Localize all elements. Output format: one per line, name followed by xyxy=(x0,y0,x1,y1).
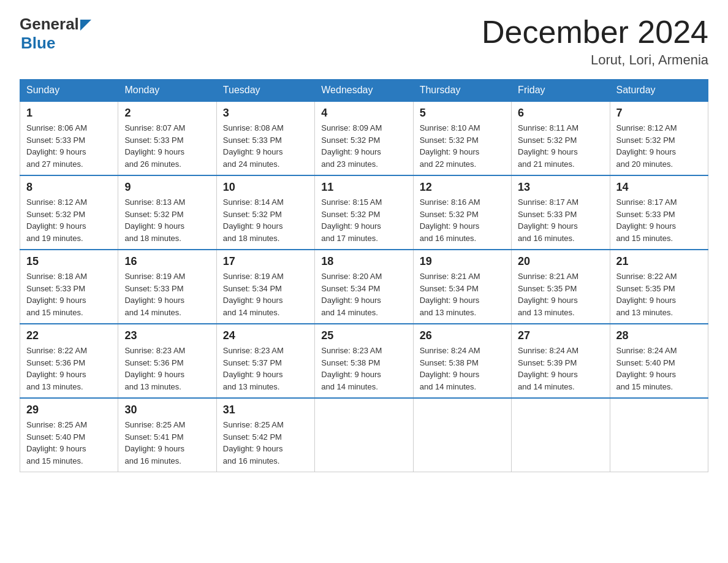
day-number: 21 xyxy=(616,255,702,268)
calendar-cell: 2Sunrise: 8:07 AMSunset: 5:33 PMDaylight… xyxy=(118,101,216,175)
calendar-day-header: Sunday xyxy=(20,80,118,102)
page-subtitle: Lorut, Lori, Armenia xyxy=(482,52,708,68)
day-info: Sunrise: 8:10 AMSunset: 5:32 PMDaylight:… xyxy=(420,122,505,170)
day-info: Sunrise: 8:25 AMSunset: 5:42 PMDaylight:… xyxy=(223,419,308,467)
day-number: 29 xyxy=(26,404,112,416)
calendar-cell: 15Sunrise: 8:18 AMSunset: 5:33 PMDayligh… xyxy=(20,250,118,324)
day-info: Sunrise: 8:19 AMSunset: 5:33 PMDaylight:… xyxy=(124,270,210,318)
calendar-cell: 23Sunrise: 8:23 AMSunset: 5:36 PMDayligh… xyxy=(118,324,216,398)
day-info: Sunrise: 8:21 AMSunset: 5:34 PMDaylight:… xyxy=(420,270,505,318)
calendar-day-header: Tuesday xyxy=(216,80,314,102)
day-number: 12 xyxy=(420,181,505,194)
calendar-cell: 9Sunrise: 8:13 AMSunset: 5:32 PMDaylight… xyxy=(118,175,216,250)
day-info: Sunrise: 8:24 AMSunset: 5:40 PMDaylight:… xyxy=(616,345,702,393)
day-number: 2 xyxy=(124,107,210,120)
day-info: Sunrise: 8:20 AMSunset: 5:34 PMDaylight:… xyxy=(321,270,406,318)
calendar-day-header: Wednesday xyxy=(315,80,413,102)
calendar-cell: 31Sunrise: 8:25 AMSunset: 5:42 PMDayligh… xyxy=(216,398,314,472)
calendar-cell: 22Sunrise: 8:22 AMSunset: 5:36 PMDayligh… xyxy=(20,324,118,398)
logo-blue-text: Blue xyxy=(21,34,91,53)
calendar-cell: 16Sunrise: 8:19 AMSunset: 5:33 PMDayligh… xyxy=(118,250,216,324)
calendar-cell: 12Sunrise: 8:16 AMSunset: 5:32 PMDayligh… xyxy=(413,175,511,250)
calendar-cell: 27Sunrise: 8:24 AMSunset: 5:39 PMDayligh… xyxy=(512,324,610,398)
day-info: Sunrise: 8:17 AMSunset: 5:33 PMDaylight:… xyxy=(616,196,702,244)
calendar-cell: 25Sunrise: 8:23 AMSunset: 5:38 PMDayligh… xyxy=(315,324,413,398)
calendar-week-row: 1Sunrise: 8:06 AMSunset: 5:33 PMDaylight… xyxy=(20,101,708,175)
calendar-day-header: Saturday xyxy=(610,80,708,102)
calendar-cell: 24Sunrise: 8:23 AMSunset: 5:37 PMDayligh… xyxy=(216,324,314,398)
day-number: 6 xyxy=(518,107,603,120)
calendar-cell: 1Sunrise: 8:06 AMSunset: 5:33 PMDaylight… xyxy=(20,101,118,175)
page-title: December 2024 xyxy=(482,15,708,50)
day-info: Sunrise: 8:24 AMSunset: 5:39 PMDaylight:… xyxy=(518,345,603,393)
day-number: 11 xyxy=(321,181,406,194)
logo-general-text: General xyxy=(20,15,79,34)
day-number: 13 xyxy=(518,181,603,194)
calendar-cell: 13Sunrise: 8:17 AMSunset: 5:33 PMDayligh… xyxy=(512,175,610,250)
calendar-week-row: 8Sunrise: 8:12 AMSunset: 5:32 PMDaylight… xyxy=(20,175,708,250)
day-number: 1 xyxy=(26,107,112,120)
day-info: Sunrise: 8:11 AMSunset: 5:32 PMDaylight:… xyxy=(518,122,603,170)
day-info: Sunrise: 8:19 AMSunset: 5:34 PMDaylight:… xyxy=(223,270,308,318)
calendar-cell xyxy=(512,398,610,472)
title-block: December 2024 Lorut, Lori, Armenia xyxy=(482,15,708,68)
calendar-day-header: Friday xyxy=(512,80,610,102)
calendar-cell: 17Sunrise: 8:19 AMSunset: 5:34 PMDayligh… xyxy=(216,250,314,324)
day-number: 4 xyxy=(321,107,406,120)
day-number: 15 xyxy=(26,255,112,268)
calendar-cell: 28Sunrise: 8:24 AMSunset: 5:40 PMDayligh… xyxy=(610,324,708,398)
day-number: 22 xyxy=(26,329,112,342)
day-info: Sunrise: 8:25 AMSunset: 5:41 PMDaylight:… xyxy=(124,419,210,467)
logo-container: General Blue xyxy=(20,15,91,53)
calendar-cell: 4Sunrise: 8:09 AMSunset: 5:32 PMDaylight… xyxy=(315,101,413,175)
calendar-cell: 19Sunrise: 8:21 AMSunset: 5:34 PMDayligh… xyxy=(413,250,511,324)
calendar-cell: 7Sunrise: 8:12 AMSunset: 5:32 PMDaylight… xyxy=(610,101,708,175)
day-number: 25 xyxy=(321,329,406,342)
calendar-cell: 8Sunrise: 8:12 AMSunset: 5:32 PMDaylight… xyxy=(20,175,118,250)
calendar-cell: 6Sunrise: 8:11 AMSunset: 5:32 PMDaylight… xyxy=(512,101,610,175)
calendar-cell xyxy=(610,398,708,472)
day-number: 7 xyxy=(616,107,702,120)
day-number: 5 xyxy=(420,107,505,120)
calendar-day-header: Thursday xyxy=(413,80,511,102)
day-number: 8 xyxy=(26,181,112,194)
day-number: 14 xyxy=(616,181,702,194)
day-number: 23 xyxy=(124,329,210,342)
day-info: Sunrise: 8:18 AMSunset: 5:33 PMDaylight:… xyxy=(26,270,112,318)
day-info: Sunrise: 8:23 AMSunset: 5:36 PMDaylight:… xyxy=(124,345,210,393)
day-number: 10 xyxy=(223,181,308,194)
day-info: Sunrise: 8:23 AMSunset: 5:37 PMDaylight:… xyxy=(223,345,308,393)
day-info: Sunrise: 8:06 AMSunset: 5:33 PMDaylight:… xyxy=(26,122,112,170)
calendar-week-row: 29Sunrise: 8:25 AMSunset: 5:40 PMDayligh… xyxy=(20,398,708,472)
day-number: 9 xyxy=(124,181,210,194)
day-info: Sunrise: 8:16 AMSunset: 5:32 PMDaylight:… xyxy=(420,196,505,244)
day-number: 18 xyxy=(321,255,406,268)
calendar-week-row: 15Sunrise: 8:18 AMSunset: 5:33 PMDayligh… xyxy=(20,250,708,324)
day-info: Sunrise: 8:08 AMSunset: 5:33 PMDaylight:… xyxy=(223,122,308,170)
day-info: Sunrise: 8:17 AMSunset: 5:33 PMDaylight:… xyxy=(518,196,603,244)
calendar-cell: 11Sunrise: 8:15 AMSunset: 5:32 PMDayligh… xyxy=(315,175,413,250)
day-info: Sunrise: 8:12 AMSunset: 5:32 PMDaylight:… xyxy=(616,122,702,170)
calendar-cell: 20Sunrise: 8:21 AMSunset: 5:35 PMDayligh… xyxy=(512,250,610,324)
day-info: Sunrise: 8:25 AMSunset: 5:40 PMDaylight:… xyxy=(26,419,112,467)
calendar-table: SundayMondayTuesdayWednesdayThursdayFrid… xyxy=(20,79,708,472)
day-info: Sunrise: 8:23 AMSunset: 5:38 PMDaylight:… xyxy=(321,345,406,393)
day-number: 31 xyxy=(223,404,308,416)
day-info: Sunrise: 8:09 AMSunset: 5:32 PMDaylight:… xyxy=(321,122,406,170)
day-number: 26 xyxy=(420,329,505,342)
day-info: Sunrise: 8:21 AMSunset: 5:35 PMDaylight:… xyxy=(518,270,603,318)
calendar-cell: 18Sunrise: 8:20 AMSunset: 5:34 PMDayligh… xyxy=(315,250,413,324)
day-number: 19 xyxy=(420,255,505,268)
svg-marker-0 xyxy=(80,20,91,31)
calendar-cell: 5Sunrise: 8:10 AMSunset: 5:32 PMDaylight… xyxy=(413,101,511,175)
calendar-day-header: Monday xyxy=(118,80,216,102)
day-number: 27 xyxy=(518,329,603,342)
calendar-cell: 3Sunrise: 8:08 AMSunset: 5:33 PMDaylight… xyxy=(216,101,314,175)
calendar-cell: 14Sunrise: 8:17 AMSunset: 5:33 PMDayligh… xyxy=(610,175,708,250)
calendar-cell xyxy=(315,398,413,472)
day-info: Sunrise: 8:13 AMSunset: 5:32 PMDaylight:… xyxy=(124,196,210,244)
page-header: General Blue December 2024 Lorut, Lori, … xyxy=(20,15,708,68)
day-number: 28 xyxy=(616,329,702,342)
calendar-cell: 29Sunrise: 8:25 AMSunset: 5:40 PMDayligh… xyxy=(20,398,118,472)
day-info: Sunrise: 8:22 AMSunset: 5:35 PMDaylight:… xyxy=(616,270,702,318)
